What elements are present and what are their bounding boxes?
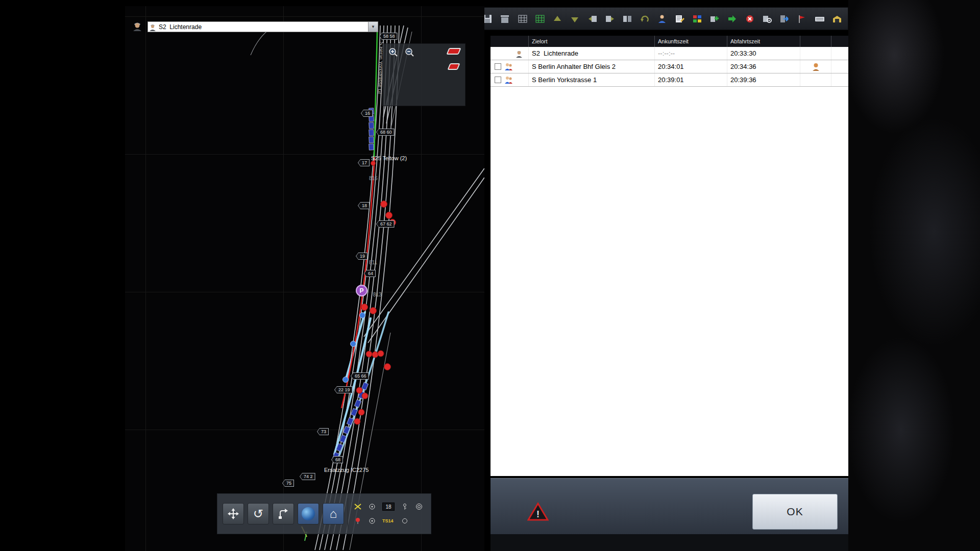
track-label[interactable]: 58 58 xyxy=(379,33,398,40)
header-cell-extra1 xyxy=(800,36,831,47)
table-back-button[interactable] xyxy=(584,11,600,27)
track-label[interactable]: 65 66 xyxy=(351,372,369,380)
home-icon: ⌂ xyxy=(330,507,337,521)
add-service-button[interactable] xyxy=(707,11,722,27)
driver-button[interactable] xyxy=(654,11,670,27)
insert-service-button[interactable] xyxy=(724,11,740,27)
header-cell-ankunftszeit[interactable]: Ankunftszeit xyxy=(654,36,727,47)
grid-view-active-button[interactable] xyxy=(532,11,548,27)
services-overview-button[interactable] xyxy=(690,11,705,27)
track-label-text: 58 58 xyxy=(380,33,397,39)
table-forward-button[interactable] xyxy=(602,11,618,27)
track-label-text: 19 xyxy=(356,253,367,259)
table-row[interactable]: S Berlin Yorkstrasse 1 20:39:01 20:39:36 xyxy=(491,73,848,87)
move-icon xyxy=(227,508,239,520)
departure-cell: 20:34:36 xyxy=(727,60,800,73)
table-row[interactable]: S Berlin Anhalter Bhf Gleis 2 20:34:01 2… xyxy=(491,60,848,73)
exit-service-button[interactable] xyxy=(777,11,792,27)
passengers-icon xyxy=(504,76,513,84)
zoom-out-button[interactable] xyxy=(403,47,416,59)
track-label-text: 22 19 xyxy=(335,387,352,393)
track-ids-icon xyxy=(354,503,362,510)
flag-button[interactable] xyxy=(794,11,810,27)
rotate-view-button[interactable]: ↺ xyxy=(248,503,269,524)
stop-checkbox[interactable] xyxy=(495,77,501,83)
warning-icon: ! xyxy=(527,502,549,521)
map-view-button[interactable] xyxy=(298,503,319,524)
edit-list-icon xyxy=(675,14,685,23)
archive-icon xyxy=(500,14,510,23)
edit-list-button[interactable] xyxy=(672,11,688,27)
service-dropdown[interactable]: S2 Lichtenrade ▼ xyxy=(148,21,378,32)
sort-up-button[interactable] xyxy=(550,11,565,27)
sort-down-icon xyxy=(570,14,580,23)
track-label[interactable]: 74 2 xyxy=(300,473,315,480)
track-ids-toggle[interactable] xyxy=(354,503,362,510)
departure-cell: 20:39:36 xyxy=(727,73,800,86)
exit-service-icon xyxy=(779,14,790,23)
p-marker[interactable]: P xyxy=(356,285,368,296)
add-service-icon xyxy=(709,14,720,23)
rotate-icon: ↺ xyxy=(253,507,263,521)
overlay-close-button[interactable] xyxy=(446,48,461,55)
home-view-button[interactable]: ⌂ xyxy=(323,503,344,524)
signal-state-toggle[interactable] xyxy=(354,517,362,524)
driver-icon xyxy=(657,14,667,23)
ok-button[interactable]: OK xyxy=(752,494,838,530)
jump-tool-button[interactable] xyxy=(273,503,294,524)
station-label-teltow: S25 Teltow (2) xyxy=(371,155,407,161)
depot-button[interactable] xyxy=(829,11,845,27)
track-label-text: 67 62 xyxy=(377,221,394,227)
header-cell-blank xyxy=(491,36,528,47)
grid-view-icon xyxy=(518,14,528,23)
dropdown-arrow-button[interactable]: ▼ xyxy=(368,22,378,32)
departure-cell: 20:33:30 xyxy=(727,47,800,60)
remove-service-icon xyxy=(745,14,755,23)
track-label-text: 17 xyxy=(358,160,369,166)
stop-checkbox[interactable] xyxy=(495,63,501,70)
table-back-icon xyxy=(587,14,598,23)
track-label-text: 68 60 xyxy=(377,129,394,135)
svg-text:!: ! xyxy=(536,509,540,519)
remove-service-button[interactable] xyxy=(742,11,757,27)
signal-state-icon xyxy=(354,517,362,524)
archive-button[interactable] xyxy=(497,11,512,27)
target-icon xyxy=(415,503,423,510)
overlay-draw-button[interactable] xyxy=(447,63,460,70)
ts-version-label: TS14 xyxy=(382,518,395,523)
track-label-text: 75 xyxy=(283,480,293,486)
table-forward-icon xyxy=(605,14,615,23)
move-tool-button[interactable] xyxy=(223,503,244,524)
driver-avatar-button[interactable] xyxy=(130,19,144,34)
zoom-in-button[interactable] xyxy=(387,47,400,59)
gauge-toggle[interactable] xyxy=(401,503,409,510)
table-compact-button[interactable] xyxy=(620,11,635,27)
circle-toggle[interactable] xyxy=(401,517,409,524)
globe-icon xyxy=(302,507,315,520)
driver-avatar-icon xyxy=(132,20,143,32)
keyboard-button[interactable] xyxy=(812,11,827,27)
scan-toggle[interactable] xyxy=(368,503,376,510)
header-cell-abfahrtszeit[interactable]: Abfahrtszeit xyxy=(727,36,800,47)
header-cell-zielort[interactable]: Zielort xyxy=(528,36,654,47)
zoom-out-icon xyxy=(404,47,415,58)
grid-view-active-icon xyxy=(535,14,545,23)
service-driver-icon xyxy=(148,23,157,31)
contact-toggle[interactable] xyxy=(368,517,376,524)
flag-icon xyxy=(797,14,807,23)
sort-up-icon xyxy=(552,14,562,23)
clear-route-green xyxy=(374,32,377,157)
track-label[interactable]: 68 60 xyxy=(376,129,395,136)
map-panel[interactable]: 58 58 16 68 60 17 18 67 62 19 64 65 66 2… xyxy=(125,6,484,551)
service-settings-button[interactable] xyxy=(760,11,775,27)
table-row[interactable]: S2 Lichtenrade --:--:-- 20:33:30 xyxy=(491,47,848,60)
services-overview-icon xyxy=(692,14,702,23)
track-label[interactable]: 67 62 xyxy=(376,220,395,228)
track-label[interactable]: 22 19 xyxy=(334,386,353,393)
undo-button[interactable] xyxy=(637,11,652,27)
circle-icon xyxy=(401,517,409,524)
target-toggle[interactable] xyxy=(415,503,423,510)
grid-view-button[interactable] xyxy=(514,11,530,27)
passenger-icon xyxy=(812,63,820,71)
sort-down-button[interactable] xyxy=(567,11,582,27)
